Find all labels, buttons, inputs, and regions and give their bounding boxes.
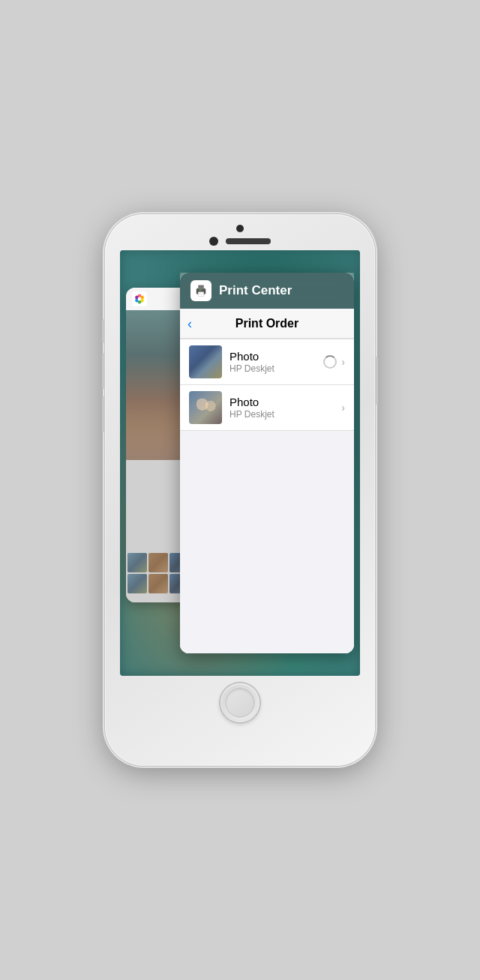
volume-up-button — [102, 353, 105, 389]
home-button-inner — [225, 688, 255, 718]
chevron-right-icon-1: › — [341, 356, 345, 368]
print-item-1-printer: HP Deskjet — [230, 363, 316, 374]
print-center-icon — [190, 280, 212, 301]
print-item-2-printer: HP Deskjet — [230, 409, 334, 420]
thumb-1 — [128, 553, 147, 572]
print-item-1-name: Photo — [230, 350, 316, 363]
volume-down-button — [102, 396, 105, 432]
print-center-title: Print Center — [219, 283, 292, 298]
camera-lens — [209, 237, 218, 246]
back-button[interactable]: ‹ — [188, 315, 192, 331]
print-thumb-2 — [189, 391, 222, 424]
svg-point-6 — [138, 297, 142, 301]
print-order-list: Photo HP Deskjet › P — [180, 339, 354, 653]
print-center-card[interactable]: Print Center ‹ Print Order — [180, 273, 354, 653]
earpiece-speaker — [226, 238, 271, 244]
phone-top-sensors — [105, 214, 375, 250]
print-item-2-actions: › — [341, 402, 345, 414]
phone-frame: Print Center ‹ Print Order — [105, 214, 375, 766]
print-item-1[interactable]: Photo HP Deskjet › — [180, 339, 354, 385]
svg-rect-10 — [200, 290, 201, 291]
print-item-1-actions: › — [323, 355, 345, 369]
app-switcher: Print Center ‹ Print Order — [120, 250, 360, 676]
print-order-navbar: ‹ Print Order — [180, 309, 354, 339]
print-item-2-info: Photo HP Deskjet — [230, 396, 334, 420]
print-item-1-info: Photo HP Deskjet — [230, 350, 316, 374]
thumb-5 — [148, 574, 168, 593]
front-camera-dot — [236, 225, 244, 232]
chevron-right-icon-2: › — [341, 402, 345, 414]
power-button — [375, 357, 378, 405]
print-item-2[interactable]: Photo HP Deskjet › — [180, 385, 354, 431]
home-button-area — [220, 683, 260, 722]
home-button[interactable] — [220, 683, 260, 722]
print-order-title: Print Order — [236, 317, 298, 330]
thumb-4 — [128, 574, 147, 593]
printing-spinner-icon — [323, 355, 337, 369]
print-item-2-name: Photo — [230, 396, 334, 408]
speaker-camera-row — [209, 237, 271, 246]
print-thumb-1 — [189, 345, 222, 378]
phone-screen: Print Center ‹ Print Order — [120, 250, 360, 676]
svg-rect-8 — [198, 285, 204, 290]
print-order-panel: ‹ Print Order Photo HP Deskjet — [180, 309, 354, 653]
print-center-app-header: Print Center — [180, 273, 354, 309]
photos-icon — [132, 291, 147, 306]
thumb-2 — [148, 553, 168, 572]
